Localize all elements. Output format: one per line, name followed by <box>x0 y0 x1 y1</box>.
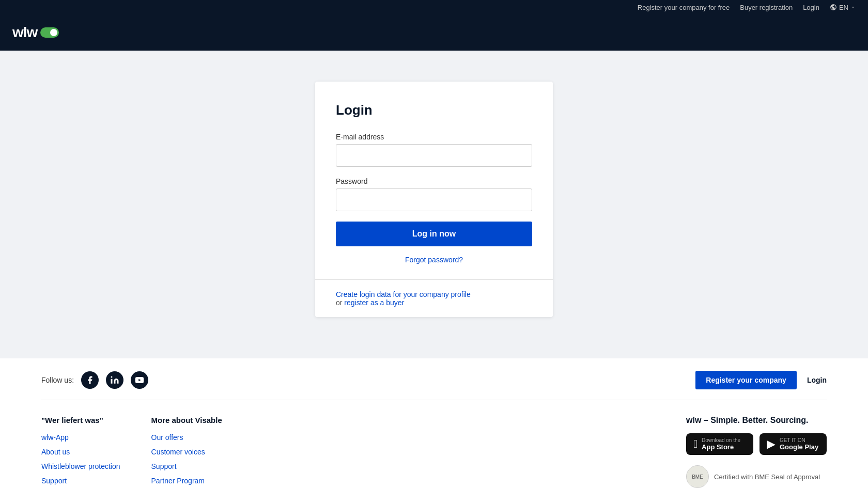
youtube-icon[interactable] <box>131 371 148 389</box>
forgot-password-link[interactable]: Forgot password? <box>336 256 532 264</box>
bme-text: Certified with BME Seal of Approval <box>714 473 820 481</box>
footer-columns: "Wer liefert was" wlw-App About us Whist… <box>41 416 827 488</box>
footer-col2-heading: More about Visable <box>151 416 222 424</box>
googleplay-title: Google Play <box>780 443 818 451</box>
list-item: Whistleblower protection <box>41 462 120 471</box>
appstore-sub: Download on the <box>702 437 740 443</box>
register-or-text: or <box>336 298 342 307</box>
footer-col2-links: Our offers Customer voices Support Partn… <box>151 433 222 488</box>
partner-program-link[interactable]: Partner Program <box>151 477 205 485</box>
our-offers-link[interactable]: Our offers <box>151 433 183 442</box>
logo[interactable]: wlw <box>12 24 59 41</box>
about-us-link[interactable]: About us <box>41 448 70 456</box>
apple-icon:  <box>693 437 698 451</box>
register-section: Create login data for your company profi… <box>336 280 532 317</box>
footer-login-link[interactable]: Login <box>807 376 827 384</box>
footer-col1-links: wlw-App About us Whistleblower protectio… <box>41 433 120 488</box>
app-buttons:  Download on the App Store ▶ GET IT ON … <box>686 433 827 455</box>
support-link-col1[interactable]: Support <box>41 477 67 485</box>
main-content: Login E-mail address Password Log in now… <box>0 51 868 358</box>
googleplay-sub: GET IT ON <box>780 437 818 443</box>
header: wlw <box>0 14 868 51</box>
topbar-login-link[interactable]: Login <box>803 4 819 11</box>
wlw-app-link[interactable]: wlw-App <box>41 433 69 442</box>
register-buyer-link[interactable]: register as a buyer <box>344 298 404 307</box>
list-item: Support <box>151 462 222 471</box>
footer-col1-heading: "Wer liefert was" <box>41 416 120 424</box>
list-item: wlw-App <box>41 433 120 442</box>
footer-brand-tagline: wlw – Simple. Better. Sourcing. <box>686 416 827 425</box>
google-play-icon: ▶ <box>767 437 776 451</box>
list-item: Support <box>41 476 120 485</box>
linkedin-icon[interactable] <box>106 371 123 389</box>
buyer-registration-link[interactable]: Buyer registration <box>740 4 793 11</box>
follow-us-label: Follow us: <box>41 376 74 384</box>
svg-point-0 <box>111 376 113 378</box>
login-title: Login <box>336 102 532 118</box>
footer-divider <box>41 400 827 400</box>
footer: Follow us: Register your company Login "… <box>0 358 868 488</box>
customer-voices-link[interactable]: Customer voices <box>151 448 205 456</box>
login-card: Login E-mail address Password Log in now… <box>315 82 553 317</box>
login-button[interactable]: Log in now <box>336 222 532 246</box>
bme-seal-icon: BME <box>686 465 709 488</box>
footer-col-wlw: "Wer liefert was" wlw-App About us Whist… <box>41 416 120 488</box>
logo-toggle-icon <box>40 27 59 38</box>
email-input[interactable] <box>336 144 532 167</box>
email-label: E-mail address <box>336 133 532 141</box>
create-login-link[interactable]: Create login data for your company profi… <box>336 290 471 298</box>
list-item: About us <box>41 447 120 456</box>
language-selector[interactable]: EN <box>830 4 856 11</box>
footer-col-visable: More about Visable Our offers Customer v… <box>151 416 222 488</box>
list-item: Partner Program <box>151 476 222 485</box>
follow-us-section: Follow us: <box>41 371 148 389</box>
facebook-icon[interactable] <box>81 371 99 389</box>
email-form-group: E-mail address <box>336 133 532 167</box>
bme-seal: BME Certified with BME Seal of Approval <box>686 465 827 488</box>
password-input[interactable] <box>336 188 532 211</box>
password-form-group: Password <box>336 177 532 211</box>
list-item: Our offers <box>151 433 222 442</box>
register-company-button[interactable]: Register your company <box>695 371 797 389</box>
footer-actions: Register your company Login <box>695 371 827 389</box>
appstore-button[interactable]:  Download on the App Store <box>686 433 753 455</box>
appstore-title: App Store <box>702 443 740 451</box>
list-item: Customer voices <box>151 447 222 456</box>
whistleblower-link[interactable]: Whistleblower protection <box>41 462 120 470</box>
googleplay-button[interactable]: ▶ GET IT ON Google Play <box>760 433 827 455</box>
support-link-col2[interactable]: Support <box>151 462 177 470</box>
top-bar: Register your company for free Buyer reg… <box>0 0 868 14</box>
footer-brand-section: wlw – Simple. Better. Sourcing.  Downlo… <box>686 416 827 488</box>
register-free-link[interactable]: Register your company for free <box>638 4 730 11</box>
password-label: Password <box>336 177 532 185</box>
footer-top: Follow us: Register your company Login <box>41 358 827 400</box>
logo-text: wlw <box>12 24 37 41</box>
